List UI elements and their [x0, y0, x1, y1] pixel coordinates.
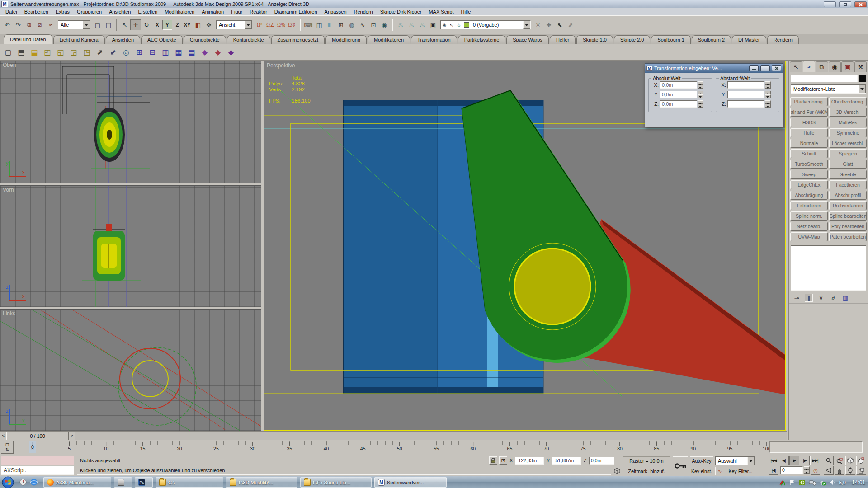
spinner-snap-icon[interactable]: Ω⇕: [287, 19, 297, 30]
return-layer-icon[interactable]: ⬈: [565, 19, 576, 30]
absolute-z-field[interactable]: 0,0m: [660, 100, 697, 108]
menu-item[interactable]: Anpassen: [321, 8, 350, 15]
tray-clock[interactable]: 14:01: [852, 479, 865, 486]
toolbar-tab[interactable]: Konturobjekte: [227, 35, 270, 44]
remove-modifier-icon[interactable]: ∂: [829, 294, 837, 302]
modifier-button[interactable]: Symmetrie: [829, 128, 867, 137]
diamond-purple-icon[interactable]: ◆: [199, 47, 211, 58]
modifier-button[interactable]: Sweep: [790, 170, 828, 179]
schematic-view-icon[interactable]: ⊡: [368, 19, 379, 30]
go-to-end-button[interactable]: ▶▶|: [810, 456, 820, 465]
asset-tracking-icon[interactable]: ◎: [120, 47, 132, 58]
save-as-icon[interactable]: ◱: [55, 47, 66, 58]
percent-snap-icon[interactable]: Ω%: [276, 19, 287, 30]
toolbar-tab[interactable]: Transformation: [411, 35, 457, 44]
dialog-maximize-button[interactable]: [760, 65, 770, 71]
menu-item[interactable]: Ansichten: [105, 8, 134, 15]
menu-item[interactable]: MAX Script: [425, 8, 457, 15]
summary-info-icon[interactable]: ⊞: [133, 47, 145, 58]
open-folder-icon[interactable]: ⬓: [28, 47, 40, 58]
chevron-down-icon[interactable]: [747, 457, 755, 465]
modifier-button[interactable]: Extrudieren: [790, 201, 828, 210]
file-properties-icon[interactable]: ⊟: [146, 47, 158, 58]
viewport-front[interactable]: Vorn z x: [0, 185, 261, 307]
modifier-button[interactable]: TurboSmooth: [790, 160, 828, 169]
selection-region-icon[interactable]: ▢: [92, 19, 103, 30]
modifier-button[interactable]: Spline bearbeiten: [829, 211, 867, 221]
track-bar[interactable]: ⊟⇅ 0 05101520253035404550556065707580859…: [0, 440, 868, 455]
selection-filter-dropdown[interactable]: Alle: [58, 20, 90, 29]
set-key-button[interactable]: Key einst.: [690, 467, 713, 475]
dialog-titlebar[interactable]: M Transformation eingeben: Ve...: [645, 64, 783, 73]
graphite-icon[interactable]: ◍: [346, 19, 357, 30]
toolbar-tab[interactable]: Modellierung: [326, 35, 367, 44]
menu-item[interactable]: Skripte Dirk Kipper: [377, 8, 425, 15]
chevron-down-icon[interactable]: [83, 21, 90, 29]
key-filters-button[interactable]: Key-Filter...: [726, 467, 755, 475]
select-object-icon[interactable]: ↖: [119, 19, 130, 30]
offset-z-field[interactable]: [727, 100, 764, 108]
auto-key-button[interactable]: Auto-Key: [690, 456, 713, 465]
modifier-button[interactable]: Netz bearb.: [790, 222, 828, 231]
viewport-left[interactable]: Links z y: [0, 309, 261, 431]
zoom-extents-all-button[interactable]: [856, 456, 866, 465]
taskbar-item-firefox[interactable]: A380 Maintena...: [43, 477, 111, 488]
maximize-viewport-toggle[interactable]: [856, 466, 866, 475]
tray-usb-icon[interactable]: [819, 479, 826, 486]
trackbar-tools[interactable]: ⊟⇅: [1, 441, 14, 454]
toolbar-tab[interactable]: Skripte 2.0: [614, 35, 651, 44]
rendered-frame-window-icon[interactable]: ♨: [406, 19, 417, 30]
key-mode-dropdown[interactable]: Auswahl: [715, 456, 755, 465]
taskbar-item-3dsmax[interactable]: M Seitenwandver...: [374, 477, 447, 488]
previous-frame-button[interactable]: ◀|: [779, 456, 789, 465]
play-button[interactable]: ▶: [789, 456, 799, 465]
mirror-icon[interactable]: ◫: [314, 19, 325, 30]
menu-item[interactable]: Erstellen: [134, 8, 161, 15]
object-color-swatch[interactable]: [859, 75, 866, 82]
modifier-button[interactable]: Greeble: [829, 170, 867, 179]
spinner[interactable]: [765, 100, 771, 108]
trackbar-frame-indicator[interactable]: 0: [29, 441, 36, 453]
modifier-button[interactable]: Drehverfahren: [829, 201, 867, 210]
undo-icon[interactable]: ↶: [2, 19, 13, 30]
track-range-icon[interactable]: ⇅: [5, 447, 9, 452]
coordinate-y-field[interactable]: -51,897m: [552, 457, 581, 465]
menu-item[interactable]: Rendern: [350, 8, 377, 15]
select-by-name-icon[interactable]: ▤: [103, 19, 114, 30]
modifier-button[interactable]: Patch bearbeiten: [829, 232, 867, 241]
maxscript-mini-listener[interactable]: [1, 456, 74, 465]
render-iterative-icon[interactable]: ▣: [428, 19, 439, 30]
current-frame-field[interactable]: 0: [780, 466, 803, 474]
render-setup-icon[interactable]: ♨: [395, 19, 406, 30]
chevron-down-icon[interactable]: [523, 21, 530, 29]
menu-item[interactable]: Hilfe: [457, 8, 474, 15]
redo-icon[interactable]: ↷: [13, 19, 24, 30]
modifier-button[interactable]: air and Fur (WKM: [790, 108, 828, 117]
hold-icon[interactable]: ◲: [68, 47, 80, 58]
toolbar-tab[interactable]: Soulbourn 2: [692, 35, 731, 44]
selection-lock-toggle[interactable]: [489, 456, 497, 465]
pin-stack-icon[interactable]: ⊸: [793, 294, 801, 302]
panel-tab-create[interactable]: ↖: [790, 61, 802, 72]
frame-ruler[interactable]: 0510152025303540455055606570758085909510…: [32, 441, 768, 453]
panel-tab-hierarchy[interactable]: ⧉: [816, 61, 828, 72]
select-layer-icon[interactable]: ⬉: [554, 19, 565, 30]
pan-button[interactable]: [835, 466, 844, 475]
go-to-start-button[interactable]: |◀◀: [769, 456, 778, 465]
toolbar-tab[interactable]: Soulbourn 1: [651, 35, 690, 44]
taskbar-item-photoshop[interactable]: Ps: [135, 477, 153, 488]
modifier-button[interactable]: MultiRes: [829, 118, 867, 127]
tray-nvidia-icon[interactable]: [798, 479, 806, 486]
transform-typein-dialog[interactable]: M Transformation eingeben: Ve... Absolut…: [645, 63, 783, 127]
align-icon[interactable]: ⊪: [325, 19, 335, 30]
arc-rotate-button[interactable]: [845, 466, 855, 475]
window-table2-icon[interactable]: ▦: [173, 47, 184, 58]
toolbar-tab[interactable]: Ansichten: [106, 35, 140, 44]
modifier-button[interactable]: Normale: [790, 139, 828, 148]
set-keys-button[interactable]: [673, 456, 688, 475]
zoom-region-button[interactable]: [835, 456, 844, 465]
toolbar-tab[interactable]: Rendern: [767, 35, 799, 44]
start-button[interactable]: [2, 476, 14, 488]
tray-graphics-icon[interactable]: [778, 479, 786, 486]
modifier-button[interactable]: Facettieren: [829, 180, 867, 189]
